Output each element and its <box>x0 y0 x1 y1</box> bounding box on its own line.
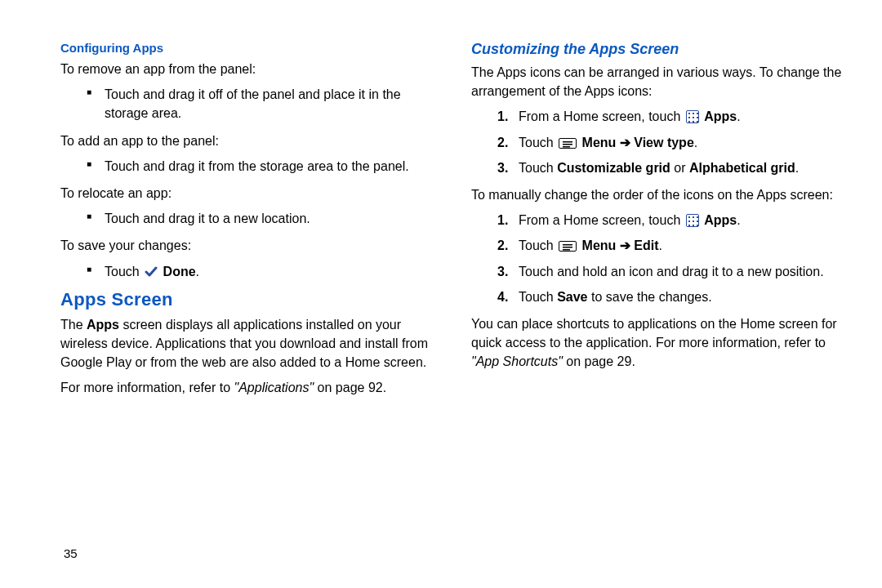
heading-customizing: Customizing the Apps Screen <box>471 41 843 58</box>
remove-list: Touch and drag it off of the panel and p… <box>87 85 432 122</box>
text: . <box>737 109 740 123</box>
text: . <box>737 213 740 227</box>
list-item: Touch and hold an icon and drag it to a … <box>497 262 843 281</box>
text: From a Home screen, touch <box>519 213 684 227</box>
custom-intro: The Apps icons can be arranged in variou… <box>471 63 843 100</box>
apps-paragraph-2: For more information, refer to "Applicat… <box>60 378 432 397</box>
save-list: Touch Done. <box>87 262 432 281</box>
menu-view-type-label: Menu ➔ View type <box>582 136 694 149</box>
apps-grid-icon <box>686 110 699 123</box>
text: Touch <box>519 161 557 175</box>
reference-applications: "Applications" <box>234 381 314 394</box>
list-item: From a Home screen, touch Apps. <box>497 107 843 126</box>
text: The <box>60 318 87 332</box>
save-touch-text: Touch <box>105 265 143 278</box>
list-item: Touch and drag it to a new location. <box>87 209 432 228</box>
list-item: Touch and drag it off of the panel and p… <box>87 85 432 122</box>
heading-configuring-apps: Configuring Apps <box>60 41 432 55</box>
text: For more information, refer to <box>60 381 234 394</box>
apps-label: Apps <box>704 213 737 227</box>
heading-apps-screen: Apps Screen <box>60 289 432 310</box>
list-item: Touch Menu ➔ Edit. <box>497 236 843 255</box>
text: Touch <box>519 290 557 304</box>
apps-paragraph-1: The Apps screen displays all application… <box>60 315 432 372</box>
manual-order-intro: To manually change the order of the icon… <box>471 185 843 204</box>
menu-edit-label: Menu ➔ Edit <box>582 238 659 252</box>
text: You can place shortcuts to applications … <box>471 317 837 350</box>
done-label: Done <box>163 265 196 278</box>
list-item: Touch Menu ➔ View type. <box>497 133 843 152</box>
apps-grid-icon <box>686 214 699 227</box>
reference-app-shortcuts: "App Shortcuts" <box>471 354 563 368</box>
text: Touch <box>519 136 557 149</box>
steps-view-type: From a Home screen, touch Apps. Touch Me… <box>497 107 843 177</box>
text: on page 92. <box>314 381 386 394</box>
left-column: Configuring Apps To remove an app from t… <box>60 41 432 403</box>
menu-icon <box>559 138 577 149</box>
text: . <box>795 161 799 175</box>
list-item: Touch Customizable grid or Alphabetical … <box>497 158 843 177</box>
text: Touch <box>519 238 557 252</box>
list-item: Touch and drag it from the storage area … <box>87 157 432 176</box>
customizable-grid-label: Customizable grid <box>557 161 670 175</box>
text: From a Home screen, touch <box>519 109 684 123</box>
text: on page 29. <box>563 354 635 368</box>
relocate-list: Touch and drag it to a new location. <box>87 209 432 228</box>
text-bold: Apps <box>87 318 119 332</box>
steps-manual-order: From a Home screen, touch Apps. Touch Me… <box>497 211 843 306</box>
relocate-intro: To relocate an app: <box>60 184 432 203</box>
remove-intro: To remove an app from the panel: <box>60 60 432 78</box>
apps-label: Apps <box>704 109 737 123</box>
text: to save the changes. <box>588 290 712 304</box>
menu-icon <box>559 241 577 252</box>
text: or <box>670 161 689 175</box>
add-list: Touch and drag it from the storage area … <box>87 157 432 176</box>
add-intro: To add an app to the panel: <box>60 131 432 150</box>
list-item: Touch Done. <box>87 262 432 281</box>
check-icon <box>145 266 158 278</box>
list-item: From a Home screen, touch Apps. <box>497 211 843 229</box>
save-intro: To save your changes: <box>60 236 432 255</box>
text: . <box>658 238 662 252</box>
right-column: Customizing the Apps Screen The Apps ico… <box>471 41 843 403</box>
save-label: Save <box>557 290 587 304</box>
document-page: Configuring Apps To remove an app from t… <box>0 0 882 420</box>
text: . <box>694 136 697 149</box>
alphabetical-grid-label: Alphabetical grid <box>689 161 795 175</box>
list-item: Touch Save to save the changes. <box>497 287 843 306</box>
page-number: 35 <box>64 546 78 560</box>
shortcuts-paragraph: You can place shortcuts to applications … <box>471 314 843 372</box>
